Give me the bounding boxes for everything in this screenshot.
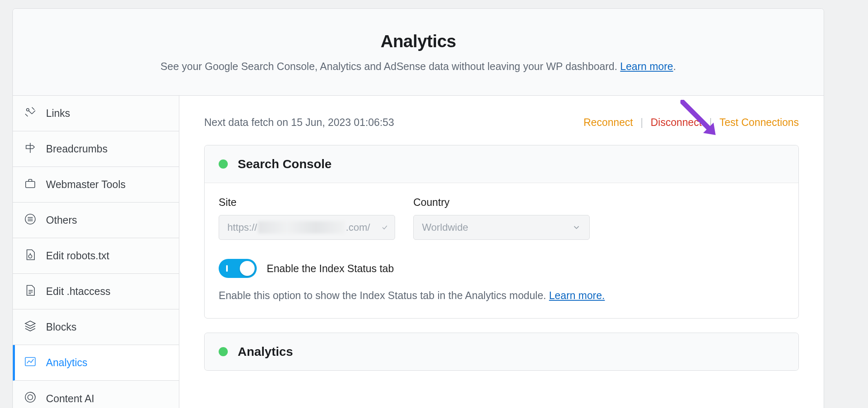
sidebar-item-label: Others: [46, 214, 77, 226]
sidebar-item-blocks[interactable]: Blocks: [13, 309, 179, 345]
test-connections-link[interactable]: Test Connections: [719, 116, 799, 128]
svg-point-17: [28, 395, 33, 400]
sidebar-item-others[interactable]: Others: [13, 203, 179, 238]
links-icon: [24, 106, 37, 121]
page-title: Analytics: [25, 31, 811, 51]
check-icon: [381, 224, 388, 231]
card-header: Search Console: [205, 145, 798, 183]
country-value: Worldwide: [422, 222, 468, 233]
top-row: Next data fetch on 15 Jun, 2023 01:06:53…: [204, 116, 799, 128]
svg-line-2: [32, 107, 34, 110]
status-dot-icon: [219, 347, 228, 356]
briefcase-icon: [24, 177, 37, 193]
sidebar-item-webmaster-tools[interactable]: Webmaster Tools: [13, 167, 179, 203]
sidebar-item-content-ai[interactable]: Content AI: [13, 381, 179, 408]
layers-icon: [24, 319, 37, 335]
list-circle-icon: [24, 212, 37, 228]
separator: |: [641, 116, 644, 128]
sidebar-item-label: Breadcrumbs: [46, 143, 108, 155]
analytics-card: Analytics: [204, 333, 799, 371]
learn-more-link[interactable]: Learn more: [620, 60, 673, 72]
site-select[interactable]: https://.com/: [219, 215, 395, 240]
index-status-toggle-row: Enable the Index Status tab: [219, 259, 784, 278]
settings-sidebar: Links Breadcrumbs Webmaster Tools Others: [13, 96, 179, 408]
signpost-icon: [24, 141, 37, 157]
sidebar-item-breadcrumbs[interactable]: Breadcrumbs: [13, 131, 179, 167]
robots-file-icon: [24, 248, 37, 264]
site-field: Site https://.com/: [219, 196, 395, 240]
svg-line-3: [25, 114, 28, 116]
panel-header: Analytics See your Google Search Console…: [13, 9, 824, 96]
ai-icon: [24, 391, 37, 406]
htaccess-file-icon: [24, 284, 37, 299]
index-status-toggle[interactable]: [219, 259, 257, 278]
sidebar-item-label: Edit .htaccess: [46, 285, 111, 297]
card-body: Site https://.com/ Country Worldwide: [205, 183, 798, 318]
disconnect-link[interactable]: Disconnect: [651, 116, 702, 128]
svg-point-11: [29, 255, 32, 258]
country-field: Country Worldwide: [413, 196, 590, 240]
connection-actions: Reconnect | Disconnect | Test Connection…: [583, 116, 799, 128]
next-fetch-text: Next data fetch on 15 Jun, 2023 01:06:53: [204, 116, 394, 128]
status-dot-icon: [219, 159, 228, 169]
sidebar-item-label: Content AI: [46, 393, 94, 405]
card-title: Analytics: [238, 345, 293, 359]
card-title: Search Console: [238, 157, 332, 171]
search-console-card: Search Console Site https://.com/ Countr: [204, 145, 799, 319]
sidebar-item-label: Edit robots.txt: [46, 250, 109, 262]
svg-line-4: [32, 111, 35, 114]
sidebar-item-links[interactable]: Links: [13, 96, 179, 131]
sidebar-item-label: Analytics: [46, 357, 87, 369]
index-status-help: Enable this option to show the Index Sta…: [219, 290, 784, 302]
sidebar-item-label: Webmaster Tools: [46, 179, 125, 191]
site-label: Site: [219, 196, 395, 208]
redacted-domain: [258, 221, 345, 234]
sidebar-item-label: Blocks: [46, 321, 77, 333]
card-header: Analytics: [205, 333, 798, 370]
index-status-learn-more-link[interactable]: Learn more.: [549, 290, 605, 301]
chart-icon: [24, 355, 37, 371]
svg-line-1: [29, 111, 32, 114]
chevron-down-icon: [572, 223, 581, 232]
main-content: Next data fetch on 15 Jun, 2023 01:06:53…: [179, 96, 824, 408]
separator: |: [709, 116, 712, 128]
sidebar-item-analytics[interactable]: Analytics: [13, 345, 179, 381]
sidebar-item-label: Links: [46, 107, 70, 119]
reconnect-link[interactable]: Reconnect: [583, 116, 633, 128]
sidebar-item-robots[interactable]: Edit robots.txt: [13, 238, 179, 274]
page-subtitle: See your Google Search Console, Analytic…: [25, 60, 811, 72]
toggle-label: Enable the Index Status tab: [267, 263, 394, 275]
sidebar-item-htaccess[interactable]: Edit .htaccess: [13, 274, 179, 309]
settings-panel: Analytics See your Google Search Console…: [12, 8, 824, 408]
svg-rect-6: [26, 181, 35, 188]
country-select[interactable]: Worldwide: [413, 215, 590, 240]
country-label: Country: [413, 196, 590, 208]
